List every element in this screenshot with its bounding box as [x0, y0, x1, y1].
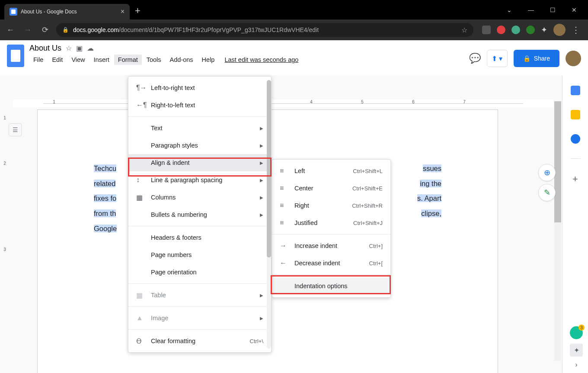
- browser-profile-avatar[interactable]: [553, 24, 566, 36]
- menu-scrollbar[interactable]: [267, 80, 271, 349]
- extension-icon-1[interactable]: [482, 26, 491, 34]
- menu-item-label: Bullets & numbering: [151, 211, 254, 218]
- back-button[interactable]: ←: [4, 26, 16, 35]
- menu-item-label: Center: [294, 185, 346, 192]
- last-edit-link[interactable]: Last edit was seconds ago: [224, 55, 298, 65]
- menu-help[interactable]: Help: [198, 55, 219, 65]
- present-button[interactable]: ⬆ ▾: [487, 50, 508, 67]
- doc-text-line: related: [94, 180, 115, 187]
- extension-icon-2[interactable]: [497, 26, 505, 34]
- menu-item-icon: ←¶: [136, 101, 145, 109]
- lock-icon: 🔒: [523, 55, 530, 62]
- window-controls: ⌄ — ☐ ✕: [500, 6, 588, 13]
- document-title[interactable]: About Us: [29, 44, 61, 53]
- menu-tools[interactable]: Tools: [143, 55, 165, 65]
- menu-view[interactable]: View: [67, 55, 89, 65]
- star-doc-icon[interactable]: ☆: [66, 44, 72, 52]
- extension-icon-4[interactable]: [526, 26, 535, 34]
- menu-item-label: Right-to-left text: [151, 102, 263, 109]
- format-menu-item-bullets-numbering[interactable]: Bullets & numbering▶: [128, 206, 271, 223]
- account-avatar[interactable]: [566, 51, 581, 66]
- format-menu-item-text[interactable]: Text▶: [128, 119, 271, 137]
- tablist-dropdown-icon[interactable]: ⌄: [500, 6, 519, 13]
- suggest-edits-floating-button[interactable]: ✎: [538, 184, 556, 201]
- format-menu-item-left-to-right-text[interactable]: ¶→Left-to-right text: [128, 79, 271, 96]
- menu-insert[interactable]: Insert: [90, 55, 113, 65]
- submenu-arrow-icon: ▶: [260, 316, 263, 321]
- menu-edit[interactable]: Edit: [48, 55, 67, 65]
- align-menu-item-left[interactable]: ≡LeftCtrl+Shift+L: [272, 162, 390, 180]
- menu-item-label: Page numbers: [151, 251, 263, 258]
- calendar-sidepanel-icon[interactable]: [571, 86, 580, 95]
- vertical-ruler[interactable]: 1 2 3: [0, 114, 10, 373]
- format-menu-item-paragraph-styles[interactable]: Paragraph styles▶: [128, 137, 271, 154]
- format-menu-item-page-numbers[interactable]: Page numbers: [128, 246, 271, 264]
- align-menu-item-increase-indent[interactable]: →Increase indentCtrl+]: [272, 237, 390, 254]
- vertical-scrollbar[interactable]: [554, 101, 561, 361]
- add-comment-floating-button[interactable]: ⊕: [538, 164, 556, 181]
- move-doc-icon[interactable]: ▣: [76, 44, 83, 52]
- explore-button[interactable]: ✦: [570, 344, 583, 357]
- submenu-arrow-icon: ▶: [260, 212, 263, 217]
- comment-history-icon[interactable]: 💬: [469, 53, 481, 64]
- format-menu-item-headers-footers[interactable]: Headers & footers: [128, 229, 271, 246]
- format-menu-item-columns[interactable]: ▦Columns▶: [128, 189, 271, 206]
- browser-menu-icon[interactable]: ⋮: [572, 25, 580, 35]
- menu-item-icon: ≡: [280, 184, 288, 192]
- tab-title: About Us - Google Docs: [21, 9, 117, 15]
- url-input[interactable]: 🔒 docs.google.com/document/d/1bqPW7lF1fH…: [56, 23, 473, 37]
- menu-file[interactable]: File: [29, 55, 47, 65]
- menu-item-label: Clear formatting: [151, 338, 244, 344]
- menu-item-shortcut: Ctrl+\: [250, 338, 263, 344]
- submenu-arrow-icon: ▶: [260, 293, 263, 298]
- menu-item-label: Line & paragraph spacing: [151, 177, 254, 183]
- menu-item-label: Paragraph styles: [151, 142, 254, 149]
- doc-text-line: s. Apart: [417, 194, 441, 202]
- show-outline-button[interactable]: ☰: [9, 123, 22, 136]
- hide-sidepanel-icon[interactable]: ›: [575, 361, 577, 369]
- align-menu-item-center[interactable]: ≡CenterCtrl+Shift+E: [272, 180, 390, 197]
- close-tab-icon[interactable]: ×: [121, 8, 125, 16]
- close-window-button[interactable]: ✕: [565, 6, 584, 13]
- new-tab-button[interactable]: +: [135, 5, 141, 16]
- docs-header: About Us ☆ ▣ ☁ File Edit View Insert For…: [0, 40, 588, 75]
- menu-item-shortcut: Ctrl+[: [369, 260, 383, 267]
- doc-text-line: ssues: [423, 164, 441, 172]
- docs-logo[interactable]: [7, 45, 24, 67]
- extensions-puzzle-icon[interactable]: ✦: [541, 25, 547, 35]
- menu-item-icon: ▦: [136, 291, 145, 299]
- menu-item-icon: ≡: [280, 219, 288, 227]
- browser-tab[interactable]: About Us - Google Docs ×: [4, 4, 130, 19]
- horizontal-ruler[interactable]: 1 4 5 6 7: [13, 100, 553, 107]
- forward-button[interactable]: →: [22, 26, 34, 35]
- submenu-arrow-icon: ▶: [260, 178, 263, 183]
- keep-sidepanel-icon[interactable]: [571, 110, 580, 119]
- menu-item-icon: →: [280, 242, 288, 250]
- format-menu-item-page-orientation[interactable]: Page orientation: [128, 264, 271, 281]
- maximize-button[interactable]: ☐: [543, 6, 562, 13]
- add-sidepanel-icon[interactable]: +: [572, 174, 578, 185]
- extension-icon-3[interactable]: [511, 26, 520, 34]
- format-menu-item-right-to-left-text[interactable]: ←¶Right-to-left text: [128, 96, 271, 114]
- doc-text-line: Techcu: [94, 164, 116, 172]
- menu-item-label: Right: [294, 202, 346, 209]
- align-menu-item-decrease-indent[interactable]: ←Decrease indentCtrl+[: [272, 254, 390, 272]
- align-menu-item-justified[interactable]: ≡JustifiedCtrl+Shift+J: [272, 214, 390, 232]
- tasks-sidepanel-icon[interactable]: [571, 134, 580, 144]
- menu-format[interactable]: Format: [114, 55, 142, 65]
- menu-item-shortcut: Ctrl+Shift+L: [353, 168, 383, 174]
- align-menu-item-right[interactable]: ≡RightCtrl+Shift+R: [272, 197, 390, 214]
- share-button[interactable]: 🔒 Share: [514, 50, 559, 67]
- format-menu-item-clear-formatting[interactable]: ƟClear formattingCtrl+\: [128, 332, 271, 350]
- cloud-status-icon[interactable]: ☁: [87, 44, 94, 52]
- reload-button[interactable]: ⟳: [39, 25, 51, 35]
- menu-item-shortcut: Ctrl+]: [369, 243, 383, 249]
- menu-item-shortcut: Ctrl+Shift+E: [352, 185, 383, 192]
- menu-item-icon: ▲: [136, 314, 145, 322]
- minimize-button[interactable]: —: [521, 6, 540, 13]
- menu-item-icon: ←: [280, 259, 288, 267]
- bookmark-star-icon[interactable]: ☆: [461, 26, 467, 34]
- menu-addons[interactable]: Add-ons: [166, 55, 197, 65]
- menu-item-label: Headers & footers: [151, 234, 263, 241]
- grammarly-icon[interactable]: [570, 326, 583, 339]
